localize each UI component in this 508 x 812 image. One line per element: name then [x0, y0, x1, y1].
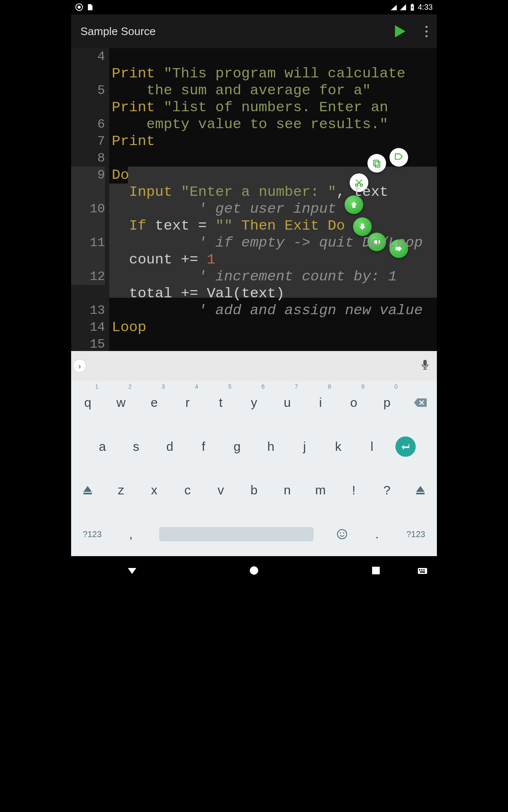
symbols-key-left[interactable]: ?123 — [71, 512, 113, 556]
key-v[interactable]: v — [204, 469, 237, 513]
backspace-key[interactable] — [403, 381, 437, 425]
svg-rect-3 — [411, 4, 413, 5]
svg-rect-16 — [421, 569, 422, 571]
svg-rect-18 — [420, 571, 425, 573]
shift-key-right[interactable] — [403, 469, 437, 513]
svg-rect-14 — [418, 568, 427, 574]
run-button[interactable] — [395, 25, 405, 37]
svg-rect-15 — [419, 569, 420, 571]
key-m[interactable]: m — [304, 469, 337, 513]
emoji-key[interactable] — [324, 512, 359, 556]
home-button[interactable] — [248, 565, 260, 576]
key-z[interactable]: z — [105, 469, 138, 513]
svg-point-10 — [340, 532, 341, 534]
key-w[interactable]: 2w — [105, 381, 138, 425]
battery-charging-icon — [409, 3, 416, 11]
recent-button[interactable] — [370, 565, 382, 576]
back-button[interactable] — [126, 565, 138, 576]
key-o[interactable]: 9o — [337, 381, 370, 425]
key-u[interactable]: 7u — [271, 381, 304, 425]
key-b[interactable]: b — [237, 469, 271, 513]
key-p[interactable]: 0p — [370, 381, 404, 425]
period-key[interactable]: . — [359, 512, 395, 556]
key-e[interactable]: 3e — [138, 381, 171, 425]
svg-point-9 — [337, 529, 347, 539]
symbols-key-right[interactable]: ?123 — [395, 512, 437, 556]
recording-icon — [75, 3, 83, 11]
code-editor[interactable]: 4 5 6 7 8 9 10 11 12 13 14 15 Print "Thi… — [71, 48, 437, 351]
comma-key[interactable]: , — [113, 512, 149, 556]
line-gutter: 4 5 6 7 8 9 10 11 12 13 14 15 — [71, 48, 109, 351]
keyboard: 1q2w3e4r5t6y7u8i9o0p asdfghjkl zxcvbnm!?… — [71, 381, 437, 556]
key-f[interactable]: f — [187, 425, 221, 469]
key-![interactable]: ! — [337, 469, 370, 513]
suggestion-bar: › — [71, 351, 437, 381]
keyboard-switch-icon[interactable] — [417, 565, 428, 576]
overflow-menu-button[interactable] — [425, 26, 428, 37]
key-k[interactable]: k — [321, 425, 355, 469]
status-time: 4:33 — [418, 3, 433, 12]
key-n[interactable]: n — [271, 469, 304, 513]
svg-point-1 — [77, 5, 80, 8]
key-q[interactable]: 1q — [71, 381, 105, 425]
key-h[interactable]: h — [254, 425, 288, 469]
key-r[interactable]: 4r — [171, 381, 204, 425]
key-i[interactable]: 8i — [304, 381, 337, 425]
code-body[interactable]: Print "This program will calculate the s… — [109, 48, 437, 351]
key-a[interactable]: a — [86, 425, 119, 469]
svg-rect-17 — [423, 569, 425, 571]
wifi-icon — [390, 3, 398, 11]
svg-point-11 — [343, 532, 344, 534]
key-l[interactable]: l — [355, 425, 389, 469]
key-y[interactable]: 6y — [237, 381, 271, 425]
svg-rect-8 — [423, 360, 427, 366]
page-title: Sample Source — [80, 25, 156, 38]
sdcard-icon — [86, 3, 94, 11]
key-?[interactable]: ? — [370, 469, 404, 513]
space-key[interactable] — [149, 512, 324, 556]
app-bar: Sample Source — [71, 14, 437, 48]
key-t[interactable]: 5t — [204, 381, 237, 425]
key-g[interactable]: g — [220, 425, 254, 469]
enter-key[interactable] — [389, 425, 422, 469]
key-x[interactable]: x — [138, 469, 171, 513]
status-bar: 4:33 — [71, 0, 437, 14]
expand-suggestions-button[interactable]: › — [73, 359, 86, 373]
key-s[interactable]: s — [119, 425, 153, 469]
svg-point-12 — [250, 566, 258, 575]
key-d[interactable]: d — [153, 425, 187, 469]
shift-key-left[interactable] — [71, 469, 105, 513]
key-j[interactable]: j — [288, 425, 322, 469]
mic-icon[interactable] — [421, 359, 429, 373]
navigation-bar — [71, 556, 437, 585]
key-c[interactable]: c — [171, 469, 204, 513]
signal-icon — [399, 3, 407, 11]
svg-rect-13 — [372, 567, 380, 574]
